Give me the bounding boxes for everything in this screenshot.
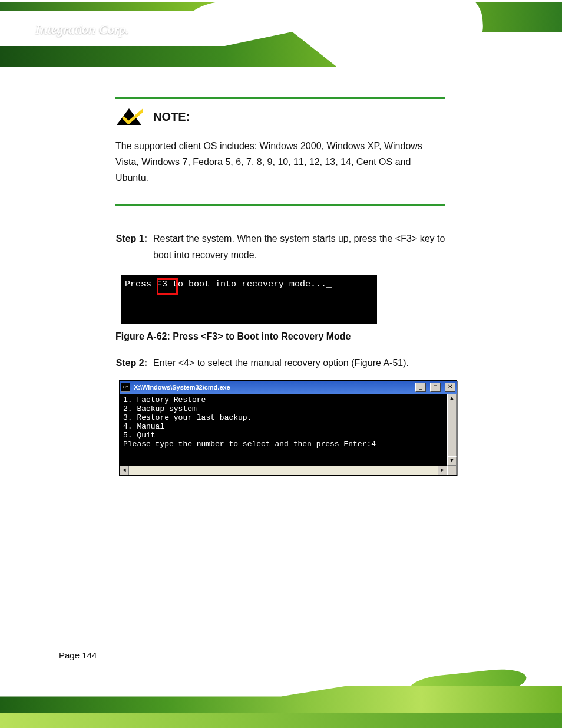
screenshot-cmd-window: C:\ X:\Windows\System32\cmd.exe _ □ ✕ 1.… [119, 380, 457, 476]
step-2: Step 2: Enter <4> to select the manual r… [115, 355, 445, 372]
maximize-button[interactable]: □ [430, 383, 441, 392]
logo-brand: Integration Corp. [35, 22, 129, 37]
cmd-text: 1. Factory Restore 2. Backup system 3. R… [120, 394, 447, 466]
vscroll-track[interactable] [447, 403, 457, 456]
figure-caption-1-label: Figure A-62: [115, 331, 170, 341]
scroll-up-icon[interactable]: ▲ [447, 394, 457, 403]
scrollbar-grip [447, 466, 457, 475]
figure-caption-1-text: Press <F3> to Boot into Recovery Mode [173, 331, 351, 341]
horizontal-scrollbar[interactable]: ◄ ► [120, 466, 457, 475]
step-2-index: Step 2: [115, 355, 147, 372]
note-check-icon [115, 107, 143, 126]
vertical-scrollbar[interactable]: ▲ ▼ [447, 394, 457, 466]
note-header: NOTE: [115, 107, 445, 126]
minimize-button[interactable]: _ [415, 383, 426, 392]
boot-terminal-text: Press F3 to boot into recovery mode..._ [125, 279, 332, 289]
figure-caption-1: Figure A-62: Press <F3> to Boot into Rec… [115, 331, 445, 342]
footer-banner [0, 669, 562, 728]
logo: ® Integration Corp. [24, 13, 177, 45]
step-2-text: Enter <4> to select the manual recovery … [153, 355, 409, 372]
close-button[interactable]: ✕ [445, 383, 455, 392]
cmd-body: 1. Factory Restore 2. Backup system 3. R… [120, 394, 457, 466]
divider-top [115, 97, 445, 99]
header-banner: ® Integration Corp. [0, 0, 562, 68]
step-1: Step 1: Restart the system. When the sys… [115, 230, 445, 265]
logo-registered: ® [28, 24, 32, 31]
note-body: The supported client OS includes: Window… [115, 138, 445, 186]
f3-highlight-box [157, 278, 178, 295]
note-label: NOTE: [153, 110, 190, 124]
scroll-right-icon[interactable]: ► [438, 466, 447, 475]
step-1-index: Step 1: [115, 230, 147, 265]
scroll-left-icon[interactable]: ◄ [120, 466, 129, 475]
content-column: NOTE: The supported client OS includes: … [115, 97, 445, 479]
page-number: Page 144 [59, 650, 97, 660]
footer-stripe-lower [0, 713, 562, 728]
footer-stripe-upper [0, 686, 562, 713]
cmd-titlebar: C:\ X:\Windows\System32\cmd.exe _ □ ✕ [120, 381, 457, 394]
screenshot-boot-terminal: Press F3 to boot into recovery mode..._ [121, 275, 377, 324]
cmd-title-text: X:\Windows\System32\cmd.exe [134, 384, 411, 391]
logo-text: ® Integration Corp. [28, 22, 129, 37]
page: ® Integration Corp. NOTE: The supported … [0, 0, 562, 728]
scroll-down-icon[interactable]: ▼ [447, 456, 457, 466]
step-1-text: Restart the system. When the system star… [153, 230, 445, 265]
hscroll-track[interactable] [129, 466, 438, 475]
cmd-app-icon: C:\ [121, 383, 130, 392]
